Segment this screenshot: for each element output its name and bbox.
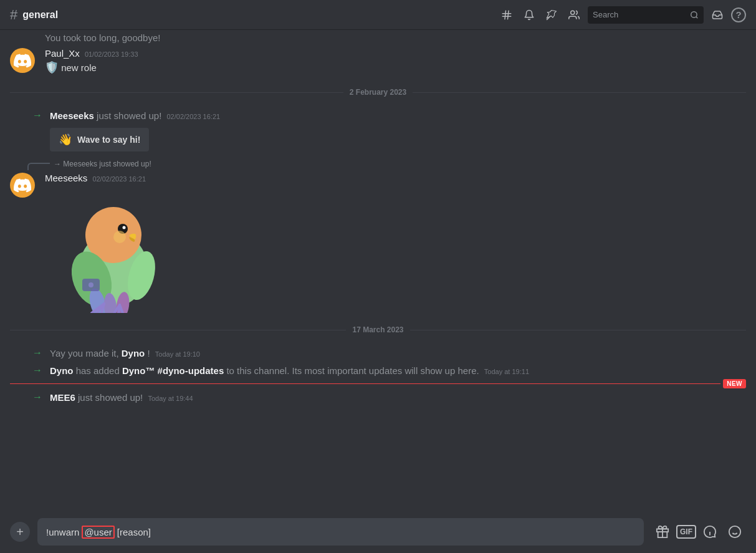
system-timestamp: Today at 19:10 — [155, 350, 200, 358]
join-system-text: Meeseeks just showed up! 02/02/2023 16:2… — [50, 110, 220, 121]
system-bold-dyno: Dyno — [50, 365, 74, 376]
emoji-button[interactable] — [724, 521, 746, 543]
date-divider-march: 17 March 2023 — [0, 315, 756, 344]
inbox-btn[interactable] — [709, 6, 726, 24]
reply-context-text: → Meeseeks just showed up! — [54, 160, 151, 168]
svg-point-23 — [729, 526, 740, 537]
svg-point-2 — [691, 11, 697, 17]
meeseeks-message-body: Meeseeks 02/02/2023 16:21 — [45, 158, 746, 313]
message-timestamp: 02/02/2023 16:21 — [92, 175, 146, 183]
message-username[interactable]: Meeseeks — [45, 173, 87, 183]
svg-point-1 — [571, 11, 575, 14]
new-badge: NEW — [723, 379, 746, 388]
header-icons: Search ? — [498, 6, 746, 24]
message-content: 🛡️ new role — [45, 60, 746, 75]
parrot-image — [45, 188, 170, 313]
join-username[interactable]: Meeseeks — [50, 110, 94, 121]
emoji: 🛡️ — [45, 61, 59, 74]
partial-message: You took too long, goodbye! — [0, 30, 756, 46]
arrow-icon: → — [32, 365, 42, 376]
gif-button[interactable]: GIF — [676, 525, 696, 539]
divider-line-left — [10, 330, 346, 330]
inbox-icon — [712, 9, 723, 21]
system-text-1: has added — [76, 365, 122, 376]
bell-btn[interactable] — [520, 6, 538, 24]
system-bold-mee6: MEE6 — [50, 392, 75, 403]
system-text: Dyno has added Dyno™ #dyno-updates to th… — [50, 365, 529, 376]
divider-line-right — [410, 330, 746, 330]
system-dyno-added: → Dyno has added Dyno™ #dyno-updates to … — [0, 362, 756, 379]
message-header: Meeseeks 02/02/2023 16:21 — [45, 173, 746, 183]
discord-avatar-icon — [14, 52, 31, 69]
parrot-svg — [45, 188, 170, 313]
avatar — [10, 48, 35, 73]
join-timestamp: 02/02/2023 16:21 — [166, 113, 220, 120]
wave-button[interactable]: 👋 Wave to say hi! — [50, 128, 149, 151]
svg-point-20 — [89, 282, 93, 287]
pin-btn[interactable] — [543, 6, 560, 24]
new-badge-line — [10, 383, 720, 384]
message-header: Paul_Xx 01/02/2023 19:33 — [45, 48, 746, 59]
input-highlighted-word: @user — [82, 526, 114, 539]
message-text: new role — [61, 62, 97, 73]
avatar — [10, 173, 35, 198]
system-mee6-joined: → MEE6 just showed up! Today at 19:44 — [0, 388, 756, 406]
system-text: Yay you made it, Dyno ! Today at 19:10 — [50, 348, 200, 358]
join-text: just showed up! — [97, 110, 164, 121]
svg-point-7 — [113, 231, 126, 243]
system-text-2: to this channel. Its most important upda… — [226, 365, 479, 376]
header: # general — [0, 0, 756, 30]
members-btn[interactable] — [565, 6, 583, 24]
divider-line-right — [413, 92, 746, 93]
system-text: MEE6 just showed up! Today at 19:44 — [50, 392, 193, 403]
messages-area[interactable]: You took too long, goodbye! Paul_Xx 01/0… — [0, 30, 756, 511]
reply-context: → Meeseeks just showed up! — [10, 158, 151, 170]
arrow-icon: → — [32, 347, 42, 358]
wave-emoji: 👋 — [59, 133, 72, 147]
system-suffix: ! — [147, 348, 150, 358]
arrow-icon: → — [32, 392, 42, 403]
hash-icon — [501, 9, 512, 21]
search-icon — [690, 11, 699, 19]
sticker-button[interactable] — [699, 521, 721, 543]
svg-point-6 — [123, 226, 126, 229]
system-bold-name: Dyno — [122, 348, 145, 358]
new-badge-row: NEW — [10, 379, 746, 388]
message-username[interactable]: Paul_Xx — [45, 48, 80, 59]
bell-icon — [524, 9, 535, 21]
help-btn[interactable]: ? — [731, 7, 746, 22]
system-prefix: Yay you made it, — [50, 348, 122, 358]
divider-line-left — [10, 92, 343, 93]
date-divider: 2 February 2023 — [0, 78, 756, 107]
channel-name: general — [22, 9, 58, 21]
wave-label: Wave to say hi! — [77, 135, 140, 145]
add-attachment-button[interactable]: + — [10, 522, 30, 542]
input-bar: + !unwarn @user [reason] GIF — [0, 511, 756, 553]
gif-label: GIF — [680, 527, 692, 536]
gift-icon — [656, 525, 669, 539]
channel-hash-icon: # — [10, 7, 17, 23]
input-command-text: !unwarn — [46, 527, 79, 537]
date-divider-text: 2 February 2023 — [350, 88, 406, 97]
channels-icon-btn[interactable] — [498, 6, 515, 24]
message-group: Paul_Xx 01/02/2023 19:33 🛡️ new role — [0, 46, 756, 78]
gift-button[interactable] — [651, 521, 674, 543]
system-bold-channel: Dyno™ #dyno-updates — [122, 365, 224, 376]
system-text-after: just showed up! — [78, 392, 143, 403]
discord-avatar-icon — [14, 176, 31, 194]
wave-btn-container: 👋 Wave to say hi! — [0, 124, 756, 155]
date-divider-text: 17 March 2023 — [352, 325, 403, 334]
message-timestamp: 01/02/2023 19:33 — [85, 50, 138, 58]
members-icon — [568, 9, 580, 21]
search-box[interactable]: Search — [588, 6, 704, 24]
sticker-icon — [703, 525, 717, 539]
pin-icon — [546, 9, 557, 21]
system-timestamp: Today at 19:11 — [484, 368, 529, 375]
plus-icon: + — [16, 525, 24, 539]
system-dyno-made-it: → Yay you made it, Dyno ! Today at 19:10 — [0, 344, 756, 362]
meeseeks-message-group: → Meeseeks just showed up! Meeseeks 02/0… — [0, 155, 756, 315]
message-input[interactable]: !unwarn @user [reason] — [37, 518, 644, 546]
input-rest-text: [reason] — [117, 527, 151, 537]
input-actions: GIF — [651, 521, 746, 543]
help-label: ? — [735, 9, 741, 20]
